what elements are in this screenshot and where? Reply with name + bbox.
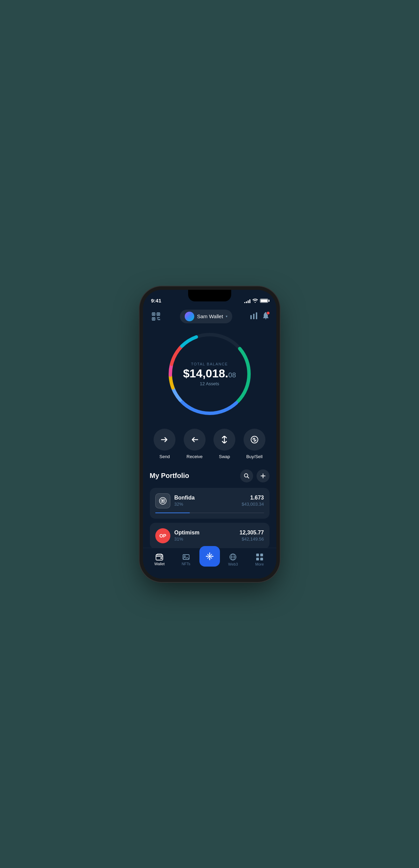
asset-card-bonfida[interactable]: Bonfida 32% 1.673 $43,003.34 [150, 488, 270, 519]
bottom-navigation: Wallet NFTs Web3 [143, 548, 276, 579]
balance-amount: $14,018.08 [183, 367, 236, 379]
nav-wallet[interactable]: Wallet [146, 554, 173, 566]
asset-count: 12 Assets [183, 381, 236, 386]
svg-point-36 [209, 555, 211, 557]
nav-web3[interactable]: Web3 [220, 553, 247, 566]
optimism-info: Optimism 31% [174, 530, 236, 542]
battery-icon [260, 299, 268, 303]
app-header: Sam Wallet ▾ [143, 307, 276, 326]
portfolio-section: My Portfolio [143, 469, 276, 549]
receive-action: Receive [184, 429, 206, 459]
wifi-icon [252, 299, 258, 303]
portfolio-header: My Portfolio [150, 469, 270, 482]
swap-center-icon [205, 552, 214, 561]
donut-chart-area: TOTAL BALANCE $14,018.08 12 Assets [143, 326, 276, 425]
send-label: Send [159, 454, 170, 459]
optimism-logo: OP [155, 528, 170, 543]
svg-rect-12 [253, 314, 254, 319]
nft-nav-icon [182, 554, 190, 560]
svg-rect-3 [153, 313, 154, 315]
svg-rect-43 [260, 558, 263, 560]
balance-label: TOTAL BALANCE [183, 362, 236, 366]
swap-label: Swap [219, 454, 230, 459]
buysell-action: $ Buy/Sell [244, 429, 265, 459]
scan-icon[interactable] [150, 310, 162, 323]
bonfida-progress-bar [155, 513, 264, 513]
receive-button[interactable] [184, 429, 206, 451]
nav-more-label: More [255, 562, 264, 566]
send-button[interactable] [154, 429, 175, 451]
buysell-button[interactable]: $ [244, 429, 265, 451]
nav-nfts[interactable]: NFTs [173, 554, 199, 566]
bonfida-pct: 32% [174, 502, 238, 507]
portfolio-actions [240, 469, 270, 482]
nav-web3-label: Web3 [228, 562, 238, 566]
nav-wallet-label: Wallet [154, 562, 165, 566]
send-action: Send [154, 429, 175, 459]
svg-rect-4 [158, 313, 159, 315]
svg-rect-42 [256, 558, 259, 560]
phone-frame: 9:41 [143, 290, 276, 579]
svg-rect-34 [183, 555, 189, 559]
bonfida-logo [155, 493, 170, 508]
bonfida-usd: $43,003.34 [241, 502, 264, 507]
svg-rect-29 [162, 500, 163, 502]
balance-display: TOTAL BALANCE $14,018.08 12 Assets [183, 362, 236, 386]
chart-icon[interactable] [250, 312, 258, 321]
wallet-name: Sam Wallet [197, 313, 223, 319]
buysell-label: Buy/Sell [246, 454, 263, 459]
more-nav-icon [256, 553, 263, 561]
wallet-selector[interactable]: Sam Wallet ▾ [180, 310, 232, 323]
optimism-pct: 31% [174, 536, 236, 542]
svg-rect-5 [153, 318, 154, 320]
swap-button[interactable] [213, 429, 235, 451]
optimism-amount: 12,305.77 [239, 530, 264, 536]
bonfida-values: 1.673 $43,003.34 [241, 495, 264, 507]
header-right-actions [250, 312, 269, 321]
svg-rect-13 [256, 312, 257, 319]
svg-rect-33 [160, 557, 162, 559]
signal-icon [244, 298, 250, 303]
swap-action: Swap [213, 429, 235, 459]
optimism-values: 12,305.77 $42,149.56 [239, 530, 264, 542]
bonfida-name: Bonfida [174, 495, 238, 501]
asset-card-optimism[interactable]: OP Optimism 31% 12,305.77 $42,149.56 [150, 523, 270, 549]
nav-nfts-label: NFTs [182, 562, 191, 566]
action-buttons: Send Receive Swap $ [143, 425, 276, 469]
svg-text:OP: OP [159, 533, 166, 539]
optimism-usd: $42,149.56 [239, 536, 264, 542]
notch [188, 290, 231, 301]
status-time: 9:41 [151, 298, 161, 303]
nav-more[interactable]: More [246, 553, 273, 566]
web3-nav-icon [229, 553, 237, 561]
portfolio-title: My Portfolio [150, 472, 189, 480]
receive-label: Receive [186, 454, 202, 459]
wallet-nav-icon [156, 554, 163, 560]
bonfida-progress-fill [155, 513, 190, 513]
bonfida-info: Bonfida 32% [174, 495, 238, 507]
svg-rect-11 [250, 315, 252, 319]
notification-badge [266, 311, 270, 315]
optimism-name: Optimism [174, 530, 236, 536]
portfolio-search-button[interactable] [240, 469, 253, 482]
donut-container: TOTAL BALANCE $14,018.08 12 Assets [165, 329, 254, 418]
chevron-down-icon: ▾ [226, 314, 227, 318]
avatar [185, 312, 194, 321]
nav-center-button[interactable] [199, 546, 220, 567]
portfolio-add-button[interactable] [257, 469, 270, 482]
status-icons [244, 298, 268, 303]
bonfida-amount: 1.673 [241, 495, 264, 501]
svg-rect-40 [256, 554, 259, 556]
svg-rect-41 [260, 554, 263, 556]
notifications-button[interactable] [262, 312, 269, 321]
svg-line-25 [247, 477, 249, 478]
